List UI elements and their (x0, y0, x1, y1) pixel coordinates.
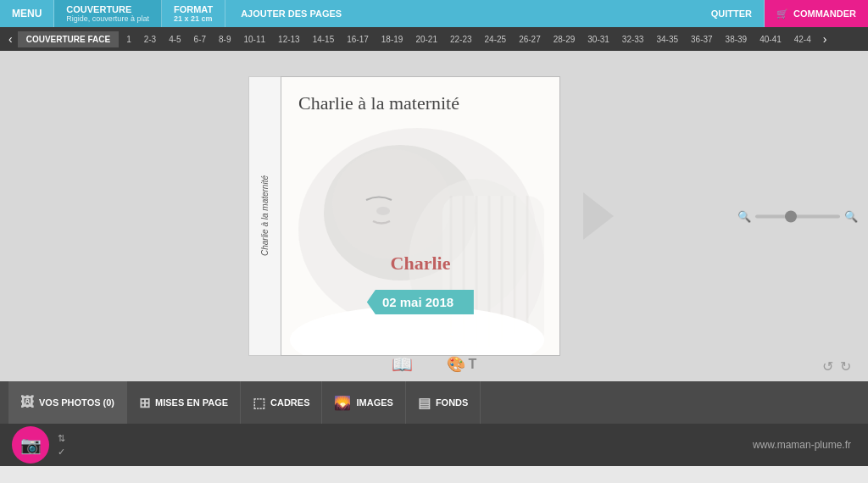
tab-page-26-27[interactable]: 26-27 (513, 31, 547, 47)
tab-page-28-29[interactable]: 28-29 (548, 31, 581, 47)
bottom-bar: 📷 ⇅ ✓ www.maman-plume.fr (0, 424, 868, 466)
next-page-arrow[interactable] (577, 191, 620, 242)
tab-page-4-5[interactable]: 4-5 (163, 31, 186, 47)
website-credit: www.maman-plume.fr (753, 439, 851, 451)
bottom-action-buttons: ⇅ ✓ (58, 433, 65, 458)
tab-page-34-35[interactable]: 34-35 (650, 31, 684, 47)
zoom-thumb[interactable] (785, 210, 797, 222)
tab-page-8-9[interactable]: 8-9 (213, 31, 236, 47)
tab-page-18-19[interactable]: 18-19 (376, 31, 409, 47)
chevron-right-icon (583, 192, 614, 240)
cadres-label: CADRES (270, 397, 309, 408)
frame-icon: ⬚ (253, 395, 265, 411)
tab-page-1[interactable]: 1 (120, 31, 137, 47)
book-spine: Charlie à la maternité (248, 76, 281, 356)
check-icon: ✓ (58, 447, 65, 458)
toolbar-mises-en-page[interactable]: ⊞ MISES EN PAGE (127, 381, 241, 424)
cover-date: 02 mai 2018 (382, 295, 453, 309)
images-label: IMAGES (356, 397, 392, 408)
canvas-bottom-icons: 📖 🎨 T (392, 354, 477, 375)
tab-page-42-4[interactable]: 42-4 (788, 31, 817, 47)
couverture-label: COUVERTURE (66, 4, 149, 14)
tab-arrow-left[interactable]: ‹ (3, 32, 18, 46)
cover-date-banner: 02 mai 2018 (367, 290, 474, 314)
menu-button[interactable]: MENU (0, 0, 54, 27)
tab-page-12-13[interactable]: 12-13 (272, 31, 306, 47)
toolbar-vos-photos[interactable]: 🖼 VOS PHOTOS (0) (8, 381, 127, 424)
fonds-icon: ▤ (418, 395, 431, 411)
mises-en-page-label: MISES EN PAGE (155, 397, 228, 408)
vos-photos-label: VOS PHOTOS (0) (39, 397, 114, 408)
tab-page-22-23[interactable]: 22-23 (444, 31, 478, 47)
tab-page-32-33[interactable]: 32-33 (616, 31, 650, 47)
tab-page-40-41[interactable]: 40-41 (754, 31, 787, 47)
text-icon[interactable]: T (469, 357, 477, 372)
spine-text: Charlie à la maternité (260, 175, 270, 256)
nav-spacer (357, 0, 699, 27)
format-button[interactable]: FORMAT 21 x 21 cm (162, 0, 225, 27)
bottom-toolbar: 🖼 VOS PHOTOS (0) ⊞ MISES EN PAGE ⬚ CADRE… (0, 381, 868, 424)
camera-button[interactable]: 📷 (12, 426, 49, 464)
tab-page-10-11[interactable]: 10-11 (238, 31, 272, 47)
undo-redo-group: ↺ ↻ (822, 358, 851, 375)
top-navigation: MENU COUVERTURE Rigide, couverture à pla… (0, 0, 868, 27)
layout-icon: ⊞ (139, 395, 150, 411)
tab-page-16-17[interactable]: 16-17 (341, 31, 375, 47)
book-icon[interactable]: 📖 (392, 354, 413, 375)
cover-name: Charlie (281, 253, 559, 275)
page-tabs-bar: ‹ COUVERTURE FACE 1 2-3 4-5 6-7 8-9 10-1… (0, 27, 868, 51)
zoom-controls: 🔍 🔍 (737, 142, 858, 291)
photo-icon: 🖼 (20, 395, 34, 410)
tab-page-20-21[interactable]: 20-21 (409, 31, 443, 47)
format-subtitle: 21 x 21 cm (174, 14, 213, 23)
quitter-label: QUITTER (711, 8, 752, 19)
tab-page-36-37[interactable]: 36-37 (685, 31, 719, 47)
redo-button[interactable]: ↻ (840, 358, 851, 375)
toolbar-fonds[interactable]: ▤ FONDS (406, 381, 481, 424)
commander-label: COMMANDER (793, 8, 856, 19)
palette-icon[interactable]: 🎨 (447, 355, 465, 374)
zoom-out-icon[interactable]: 🔍 (737, 210, 751, 223)
sort-photos-button[interactable]: ⇅ (58, 433, 65, 444)
format-label: FORMAT (174, 4, 213, 14)
book-container: Charlie à la maternité (248, 76, 620, 356)
couverture-subtitle: Rigide, couverture à plat (66, 14, 149, 23)
tab-couverture-face[interactable]: COUVERTURE FACE (18, 31, 119, 47)
tab-page-38-39[interactable]: 38-39 (720, 31, 754, 47)
text-palette-group: 🎨 T (447, 355, 477, 374)
book-cover[interactable]: Charlie à la maternité Charlie 02 mai 20… (281, 76, 560, 356)
commander-button[interactable]: 🛒 COMMANDER (765, 0, 868, 27)
cart-icon: 🛒 (776, 8, 788, 19)
tab-arrow-right[interactable]: › (818, 32, 832, 46)
fonds-label: FONDS (436, 397, 469, 408)
zoom-in-icon[interactable]: 🔍 (844, 210, 858, 223)
main-canvas-area: Charlie à la maternité (0, 51, 868, 381)
tab-page-24-25[interactable]: 24-25 (479, 31, 513, 47)
select-photos-button[interactable]: ✓ (58, 447, 65, 458)
images-icon: 🌄 (334, 395, 351, 411)
couverture-button[interactable]: COUVERTURE Rigide, couverture à plat (54, 0, 162, 27)
website-url: www.maman-plume.fr (753, 439, 851, 451)
ajouter-button[interactable]: AJOUTER DES PAGES (225, 0, 357, 27)
ajouter-label: AJOUTER DES PAGES (241, 8, 342, 19)
quitter-button[interactable]: QUITTER (699, 0, 765, 27)
sort-icon: ⇅ (58, 433, 65, 444)
menu-label: MENU (12, 8, 42, 19)
tab-page-30-31[interactable]: 30-31 (581, 31, 615, 47)
tab-page-14-15[interactable]: 14-15 (307, 31, 341, 47)
toolbar-images[interactable]: 🌄 IMAGES (322, 381, 405, 424)
zoom-slider[interactable] (755, 214, 840, 218)
camera-icon: 📷 (20, 435, 42, 455)
toolbar-cadres[interactable]: ⬚ CADRES (241, 381, 322, 424)
undo-button[interactable]: ↺ (822, 358, 833, 375)
tab-page-6-7[interactable]: 6-7 (188, 31, 212, 47)
cover-title: Charlie à la maternité (298, 92, 459, 114)
tab-page-2-3[interactable]: 2-3 (138, 31, 162, 47)
